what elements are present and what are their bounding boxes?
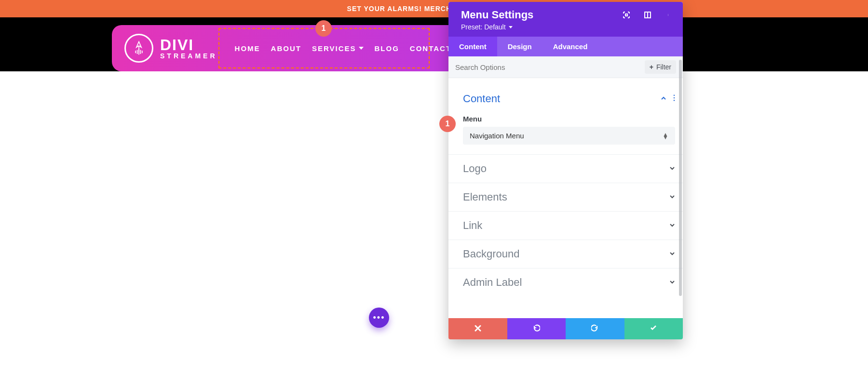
marker-number: 1 [446, 120, 450, 128]
logo-title: DIVI [160, 37, 217, 53]
nav-services[interactable]: SERVICES [312, 44, 364, 53]
panel-title: Menu Settings [461, 9, 533, 21]
chevron-up-icon [661, 94, 666, 103]
snap-icon[interactable] [622, 11, 631, 19]
sort-caret-icon: ▲▼ [663, 133, 668, 139]
svg-point-7 [674, 97, 675, 98]
chevron-down-icon [669, 278, 675, 287]
tab-content[interactable]: Content [448, 37, 497, 56]
cancel-button[interactable] [448, 318, 507, 339]
section-title: Logo [463, 162, 487, 175]
kebab-icon[interactable] [673, 94, 675, 103]
chevron-down-icon [669, 164, 675, 173]
main-nav: HOME ABOUT SERVICES BLOG CONTACT [235, 44, 451, 53]
options-search-input[interactable] [455, 63, 645, 71]
undo-button[interactable] [507, 318, 566, 339]
panel-footer [448, 318, 683, 339]
nav-contact[interactable]: CONTACT [410, 44, 451, 53]
nav-item-label: CONTACT [410, 44, 451, 53]
columns-icon[interactable] [643, 11, 652, 19]
section-background-header[interactable]: Background [463, 240, 675, 268]
nav-item-label: SERVICES [312, 44, 356, 53]
nav-item-label: BLOG [374, 44, 399, 53]
close-icon [475, 324, 481, 334]
plus-icon: + [650, 63, 653, 71]
section-title: Content [463, 93, 500, 105]
undo-icon [532, 324, 540, 334]
chevron-down-icon [669, 221, 675, 230]
section-title: Link [463, 219, 482, 232]
menu-settings-panel: Menu Settings [448, 2, 683, 339]
section-title: Elements [463, 191, 507, 203]
confirm-button[interactable] [624, 318, 683, 339]
svg-point-6 [674, 95, 675, 96]
menu-field-label: Menu [463, 115, 675, 123]
section-title: Admin Label [463, 276, 522, 289]
svg-point-3 [668, 14, 668, 14]
svg-point-8 [674, 100, 675, 101]
announcement-bar: SET YOUR ALARMS! MERCH IS COMING SOON! [0, 0, 868, 17]
panel-tabs: Content Design Advanced [448, 37, 683, 56]
panel-header[interactable]: Menu Settings [448, 2, 683, 37]
redo-icon [591, 324, 599, 334]
kebab-icon[interactable] [665, 11, 673, 19]
chevron-down-icon [669, 250, 675, 258]
check-icon [650, 324, 657, 334]
section-link-header[interactable]: Link [463, 212, 675, 240]
preset-selector[interactable]: Preset: Default [461, 23, 673, 31]
section-title: Background [463, 248, 519, 260]
tab-advanced[interactable]: Advanced [542, 37, 598, 56]
caret-down-icon [509, 26, 513, 28]
redo-button[interactable] [566, 318, 624, 339]
menu-select[interactable]: Navigation Menu ▲▼ [463, 127, 675, 145]
tab-design[interactable]: Design [497, 37, 542, 56]
menu-select-value: Navigation Menu [470, 132, 524, 140]
callout-marker-1-panel[interactable]: 1 [439, 116, 456, 132]
page-fab-button[interactable]: ••• [369, 308, 389, 328]
svg-point-5 [668, 15, 668, 16]
marker-number: 1 [322, 24, 326, 33]
chevron-down-icon [359, 47, 364, 50]
rocket-icon [124, 34, 153, 63]
section-logo-header[interactable]: Logo [463, 155, 675, 183]
logo-subtitle: STREAMER [160, 53, 217, 59]
chevron-down-icon [669, 193, 675, 201]
filter-label: Filter [656, 63, 671, 71]
filter-button[interactable]: + Filter [645, 60, 676, 74]
panel-body[interactable]: Content Menu Navigation Menu ▲▼ Logo [448, 78, 683, 318]
nav-blog[interactable]: BLOG [374, 44, 399, 53]
section-admin-label-header[interactable]: Admin Label [463, 268, 675, 296]
svg-point-4 [668, 15, 668, 15]
ellipsis-icon: ••• [373, 313, 385, 323]
nav-about[interactable]: ABOUT [271, 44, 301, 53]
nav-item-label: HOME [235, 44, 260, 53]
section-content-header[interactable]: Content [463, 85, 675, 113]
preset-label: Preset: Default [461, 23, 506, 31]
svg-rect-0 [625, 14, 627, 16]
options-search-row: + Filter [448, 56, 683, 78]
nav-item-label: ABOUT [271, 44, 301, 53]
callout-marker-1-nav[interactable]: 1 [315, 20, 332, 37]
site-logo[interactable]: DIVI STREAMER [124, 34, 217, 63]
section-elements-header[interactable]: Elements [463, 183, 675, 211]
nav-home[interactable]: HOME [235, 44, 260, 53]
logo-text: DIVI STREAMER [160, 37, 217, 59]
